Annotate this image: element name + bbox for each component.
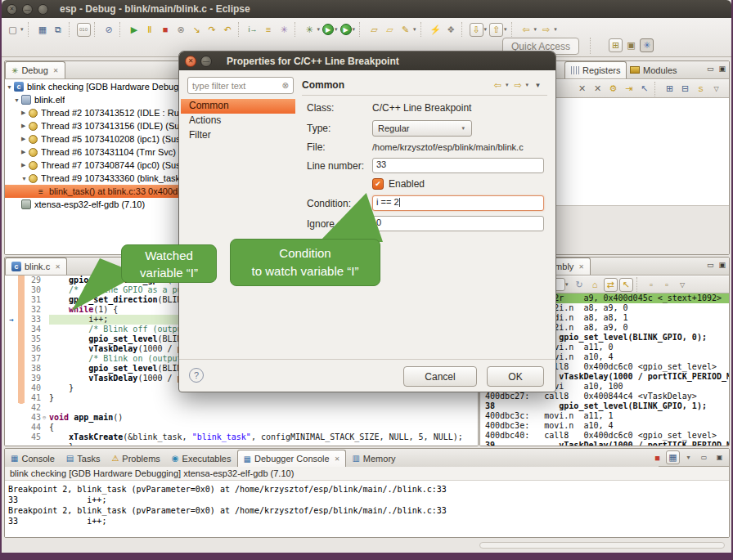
close-icon[interactable]: ✕ <box>53 67 59 74</box>
close-icon[interactable]: ✕ <box>578 263 584 271</box>
coverage-icon[interactable]: ▶ <box>340 24 352 35</box>
condition-field[interactable]: i == 2 <box>372 195 544 211</box>
dropdown-arrow-icon[interactable]: ▾ <box>353 26 356 33</box>
horizontal-scrollbar[interactable] <box>479 542 725 549</box>
expander-icon[interactable]: ▼ <box>14 97 21 103</box>
tab-blink-c[interactable]: c blink.c ✕ <box>5 258 67 275</box>
dropdown-arrow-icon[interactable]: ▾ <box>534 26 537 33</box>
open-resource-icon[interactable]: ▱ <box>383 23 397 37</box>
debug-tree-row[interactable]: ▶Thread #2 1073413512 (IDLE : Running) <box>5 106 179 119</box>
edit-icon[interactable]: ✎ <box>398 23 412 37</box>
forward-icon[interactable]: ⇨ <box>539 23 553 37</box>
debug-tree-row[interactable]: ▶Thread #6 1073431104 (Tmr Svc) (Suspend… <box>5 146 179 159</box>
window-close-button[interactable]: ✕ <box>7 4 17 15</box>
step-into-icon[interactable]: ↘ <box>190 23 204 37</box>
layout-icon[interactable]: S <box>694 82 708 96</box>
expander-icon[interactable]: ▶ <box>21 162 29 168</box>
filter-input[interactable]: type filter text ⊗ <box>187 77 294 94</box>
tab-modules[interactable]: Modules <box>624 61 683 78</box>
tab-tasks[interactable]: ▤Tasks <box>61 450 106 467</box>
show-source-icon[interactable]: ▫ <box>645 278 659 292</box>
debug-tree-row[interactable]: ▶Thread #7 1073408744 (ipc0) (Suspended) <box>5 159 179 172</box>
code-line[interactable]: } <box>5 442 478 446</box>
type-dropdown[interactable]: Regular ▾ <box>372 120 472 137</box>
maximize-view-icon[interactable]: ▣ <box>718 261 726 269</box>
dropdown-arrow-icon[interactable]: ▾ <box>484 26 488 33</box>
pointer-mode-icon[interactable]: ↖ <box>637 82 651 96</box>
resource-perspective-icon[interactable]: ▣ <box>624 38 638 52</box>
minimize-view-icon[interactable]: ▭ <box>707 261 714 269</box>
clear-filter-icon[interactable]: ⊗ <box>282 81 289 90</box>
code-line[interactable]: 44{ <box>5 423 478 432</box>
maximize-icon[interactable]: ▣ <box>713 450 726 464</box>
code-line[interactable]: 45 xTaskCreate(&blink_task, "blink_task"… <box>5 432 478 442</box>
native-watch-icon[interactable]: ⚙ <box>606 82 620 96</box>
dropdown-arrow-icon[interactable]: ▾ <box>525 82 528 88</box>
tab-problems[interactable]: ⚠Problems <box>106 450 165 467</box>
debug-perspective-icon[interactable]: ✳ <box>640 38 654 52</box>
minimize-icon[interactable]: ▭ <box>697 450 711 464</box>
next-annotation-icon[interactable]: ⇩ <box>470 23 483 37</box>
disconnect-icon[interactable]: ⊗ <box>174 23 188 37</box>
debug-tree-row[interactable]: ▼blink.elf <box>5 93 179 106</box>
debug-tree-row[interactable]: ▼Thread #9 1073433360 (blink_task : Runn… <box>5 172 179 185</box>
expander-icon[interactable]: ▼ <box>7 84 14 90</box>
enabled-checkbox[interactable]: ✔ <box>372 178 384 190</box>
close-icon[interactable]: ✕ <box>335 455 340 463</box>
disassembly-line[interactable]: 400dbc27: call8 0x400844c4 <vTaskDelay> <box>480 392 729 401</box>
tab-registers[interactable]: Registers <box>564 61 627 78</box>
debug-tree-row[interactable]: ▶Thread #5 1073410208 (ipc1) (Suspended) <box>5 132 179 146</box>
step-return-icon[interactable]: ↶ <box>221 23 235 37</box>
tab-executables[interactable]: ◉Executables <box>166 450 237 467</box>
flash-icon[interactable]: ⚡ <box>429 23 443 37</box>
ignore-count-field[interactable]: 0 <box>372 216 544 231</box>
binary-icon[interactable]: 010 <box>77 23 91 37</box>
suspend-icon[interactable]: Ⅱ <box>143 23 157 37</box>
view-menu-icon[interactable]: ▽ <box>709 82 723 96</box>
expander-icon[interactable]: ▼ <box>21 176 29 181</box>
ok-button[interactable]: OK <box>487 366 544 387</box>
dropdown-arrow-icon[interactable]: ▾ <box>335 26 338 33</box>
disassembly-line[interactable]: 39 vTaskDelay(1000 / portTICK_PERIOD_MS)… <box>480 441 729 446</box>
expander-icon[interactable]: ▶ <box>21 136 29 142</box>
cancel-button[interactable]: Cancel <box>403 366 477 387</box>
refresh-icon[interactable]: ↻ <box>573 278 587 292</box>
collapse-all-icon[interactable]: ⊟ <box>678 82 692 96</box>
save-all-icon[interactable]: ⧉ <box>52 23 65 37</box>
open-folder-icon[interactable]: ▱ <box>367 23 381 37</box>
debug-tree-row[interactable]: xtensa-esp32-elf-gdb (7.10) <box>5 198 179 211</box>
dropdown-arrow-icon[interactable]: ▾ <box>413 26 416 33</box>
nav-item-common[interactable]: Common <box>181 99 295 114</box>
disassembly-line[interactable]: 400dbc3e: movi.n a10, 4 <box>480 421 729 431</box>
debug-tree-row[interactable]: ▼cblink checking [GDB Hardware Debugging… <box>5 80 179 93</box>
tab-console[interactable]: ▦Console <box>5 450 61 467</box>
tab-debugger-console[interactable]: ▦Debugger Console✕ <box>237 450 347 467</box>
show-debug-console-icon[interactable]: ≡ <box>262 23 276 37</box>
dropdown-arrow-icon[interactable]: ▾ <box>20 26 24 33</box>
show-symbols-icon[interactable]: ▫ <box>660 278 674 292</box>
dialog-minimize-button[interactable]: — <box>200 56 212 67</box>
sync-active-context-icon[interactable]: ⇄ <box>604 278 618 292</box>
home-icon[interactable]: ⌂ <box>588 278 602 292</box>
back-icon[interactable]: ⇦ <box>519 23 533 37</box>
terminate-icon[interactable]: ■ <box>650 450 664 464</box>
track-expression-icon[interactable]: ↖ <box>619 278 633 292</box>
tab-memory[interactable]: ▥Memory <box>346 450 401 467</box>
external-tools-icon[interactable]: ❖ <box>444 23 458 37</box>
add-register-group-icon[interactable]: ⇥ <box>622 82 636 96</box>
run-icon[interactable]: ▶ <box>322 24 334 35</box>
console-output[interactable]: Breakpoint 2, blink_task (pvParameter=0x… <box>5 481 729 537</box>
debug-tree-row[interactable]: ▶Thread #3 1073413156 (IDLE) (Suspended) <box>5 119 179 132</box>
maximize-view-icon[interactable]: ▣ <box>718 65 726 73</box>
expand-all-icon[interactable]: ⊞ <box>663 82 677 96</box>
code-line[interactable]: 41} <box>5 393 478 403</box>
window-maximize-button[interactable] <box>38 4 48 15</box>
debug-tree-row[interactable]: ≡blink_task() at blink.c:33 0x400dbc14 <box>5 185 179 198</box>
nav-item-filter[interactable]: Filter <box>181 128 295 143</box>
disassembly-line[interactable]: 400dbc3c: movi.n a11, 1 <box>480 411 729 421</box>
disassembly-line[interactable]: 400dbc40: call8 0x400dc6c0 <gpio_set_lev… <box>480 431 729 441</box>
disassembly-line[interactable]: 38 gpio_set_level(BLINK_GPIO, 1); <box>480 401 729 411</box>
expander-icon[interactable]: ▶ <box>21 149 29 155</box>
view-menu-icon[interactable]: ▽ <box>676 278 690 292</box>
instruction-stepping-icon[interactable]: i→ <box>246 23 260 37</box>
